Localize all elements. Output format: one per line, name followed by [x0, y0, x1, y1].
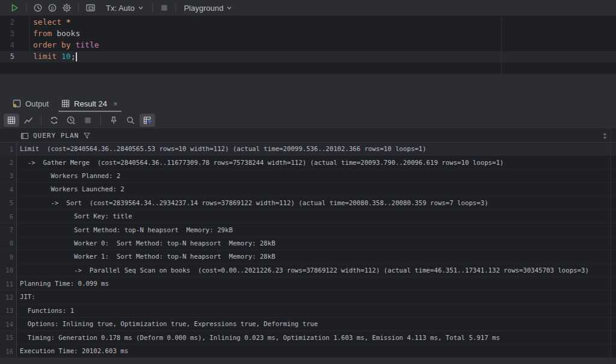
- in-editor-results-button[interactable]: [83, 1, 97, 14]
- plan-row-number: 12: [0, 291, 17, 303]
- plan-row[interactable]: 2 -> Gather Merge (cost=2840564.36..1167…: [0, 156, 616, 169]
- history-button[interactable]: [31, 1, 45, 14]
- plan-row[interactable]: 5 -> Sort (cost=2839564.34..2934237.14 r…: [0, 197, 616, 210]
- execute-timer-button[interactable]: [63, 114, 79, 127]
- stop-button[interactable]: [157, 1, 171, 14]
- session-select[interactable]: Playground: [180, 1, 237, 14]
- plan-row[interactable]: 10 -> Parallel Seq Scan on books (cost=0…: [0, 264, 616, 277]
- sql-editor[interactable]: 2select *3from books4order by title5limi…: [0, 16, 616, 74]
- query-plan-column-header[interactable]: QUERY PLAN: [0, 129, 616, 143]
- query-plan-grid: 1Limit (cost=2840564.36..2840565.53 rows…: [0, 143, 616, 358]
- settings-button[interactable]: [60, 1, 74, 14]
- pin-tab-button[interactable]: [106, 114, 122, 127]
- panel-spacer: [0, 74, 616, 94]
- toolbar-divider: [152, 3, 153, 13]
- sort-icon[interactable]: [602, 129, 608, 142]
- toolbar-divider: [100, 116, 101, 125]
- plan-row-text: Workers Launched: 2: [17, 183, 125, 196]
- execute-timer-icon: [66, 116, 76, 125]
- plan-row-number: 7: [0, 223, 17, 236]
- editor-line[interactable]: 3from books: [0, 28, 616, 39]
- plan-row[interactable]: 4 Workers Launched: 2: [0, 183, 616, 196]
- plan-row[interactable]: 3 Workers Planned: 2: [0, 170, 616, 183]
- results-panel: Output Result 24 ×: [0, 74, 616, 364]
- plan-row-number: 15: [0, 331, 17, 344]
- plan-row[interactable]: 16Execution Time: 20102.603 ms: [0, 345, 616, 358]
- plan-row-number: 4: [0, 183, 17, 196]
- plan-row[interactable]: 8 Worker 0: Sort Method: top-N heapsort …: [0, 237, 616, 250]
- text-caret: [76, 52, 77, 61]
- plan-row[interactable]: 1Limit (cost=2840564.36..2840565.53 rows…: [0, 143, 616, 156]
- close-icon[interactable]: ×: [112, 99, 119, 108]
- tab-result-label: Result 24: [74, 99, 107, 108]
- output-icon: [12, 99, 22, 108]
- plan-row-number: 10: [0, 264, 17, 277]
- plan-row-number: 8: [0, 237, 17, 250]
- toolbar-divider: [41, 116, 42, 125]
- stop-result-button[interactable]: [80, 114, 96, 127]
- plan-row[interactable]: 14 Options: Inlining true, Optimization …: [0, 318, 616, 331]
- console-toolbar: p: [0, 0, 616, 16]
- parameters-icon: p: [48, 3, 57, 13]
- plan-row-text: Worker 0: Sort Method: top-N heapsort Me…: [17, 237, 276, 250]
- history-icon: [33, 3, 43, 13]
- plan-row-text: -> Gather Merge (cost=2840564.36..116773…: [17, 156, 504, 168]
- filter-table-icon: [143, 116, 153, 125]
- plan-row-text: Sort Key: title: [17, 210, 132, 223]
- plan-row[interactable]: 12JIT:: [0, 291, 616, 304]
- plan-row[interactable]: 9 Worker 1: Sort Method: top-N heapsort …: [0, 250, 616, 264]
- plan-row-text: Timing: Generation 0.178 ms (Deform 0.00…: [17, 331, 500, 344]
- plan-row-number: 13: [0, 304, 17, 317]
- table-view-button[interactable]: [4, 114, 19, 127]
- plan-row-text: Workers Planned: 2: [17, 170, 120, 182]
- editor-line[interactable]: 5limit 10;: [0, 51, 616, 63]
- filter-rows-button[interactable]: [140, 114, 155, 127]
- plan-row[interactable]: 13 Functions: 1: [0, 304, 616, 318]
- tab-output-label: Output: [25, 99, 49, 108]
- settings-icon: [62, 3, 72, 13]
- plan-row-number: 16: [0, 345, 17, 357]
- stop-icon: [159, 3, 169, 13]
- plan-row-text: Sort Method: top-N heapsort Memory: 29kB: [17, 223, 233, 236]
- chart-view-button[interactable]: [20, 114, 36, 127]
- plan-row-number: 14: [0, 318, 17, 330]
- plan-row-number: 3: [0, 170, 17, 182]
- editor-line-text: limit 10;: [29, 52, 77, 61]
- plan-row-text: -> Parallel Seq Scan on books (cost=0.00…: [17, 264, 589, 277]
- plan-row-number: 11: [0, 277, 17, 290]
- search-icon: [126, 116, 135, 125]
- toolbar-divider: [176, 3, 176, 13]
- editor-line-number: 3: [0, 28, 29, 39]
- editor-line[interactable]: 4order by title: [0, 39, 616, 51]
- toolbar-divider: [26, 3, 26, 13]
- tab-result-24[interactable]: Result 24 ×: [55, 95, 125, 112]
- plan-row-text: Planning Time: 0.099 ms: [17, 277, 109, 290]
- plan-row-number: 2: [0, 156, 17, 168]
- plan-row[interactable]: 7 Sort Method: top-N heapsort Memory: 29…: [0, 223, 616, 236]
- tab-output[interactable]: Output: [6, 95, 55, 112]
- plan-row-number: 9: [0, 250, 17, 263]
- plan-row[interactable]: 11Planning Time: 0.099 ms: [0, 277, 616, 291]
- plan-row[interactable]: 15 Timing: Generation 0.178 ms (Deform 0…: [0, 331, 616, 344]
- database-console-window: p: [0, 0, 616, 364]
- toolbar-divider: [78, 3, 79, 13]
- plan-row[interactable]: 6 Sort Key: title: [0, 210, 616, 223]
- parameters-button[interactable]: p: [45, 1, 60, 14]
- column-right-border: [611, 128, 611, 358]
- plan-row-text: Worker 1: Sort Method: top-N heapsort Me…: [17, 250, 276, 263]
- reload-button[interactable]: [46, 114, 62, 127]
- search-button[interactable]: [123, 114, 138, 127]
- right-margin-guide: [501, 16, 502, 74]
- plan-row-text: Options: Inlining true, Optimization tru…: [17, 318, 318, 330]
- editor-line-text: from books: [29, 29, 80, 38]
- editor-line-text: select *: [29, 17, 71, 26]
- funnel-icon[interactable]: [83, 132, 91, 140]
- session-label: Playground: [184, 4, 224, 13]
- run-button[interactable]: [7, 1, 22, 14]
- plan-row-number: 5: [0, 197, 17, 209]
- editor-line[interactable]: 2select *: [0, 16, 616, 28]
- tx-mode-select[interactable]: Tx: Auto: [102, 1, 148, 14]
- run-icon: [10, 3, 19, 13]
- plan-row-text: JIT:: [17, 291, 35, 303]
- editor-line-number: 4: [0, 39, 29, 51]
